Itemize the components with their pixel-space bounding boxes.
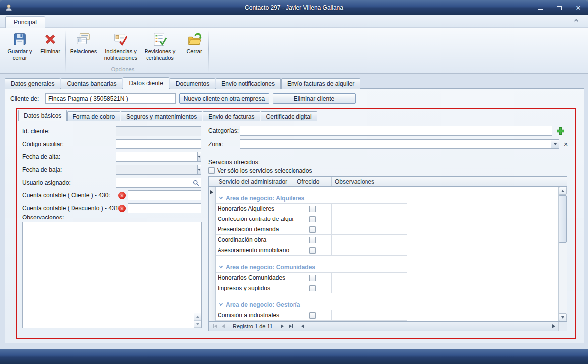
subtab-certificado-digital[interactable]: Certificado digital — [261, 111, 317, 121]
observaciones-cell[interactable] — [332, 283, 406, 293]
ribbon-collapse-button[interactable] — [573, 18, 580, 25]
grid-header-servicio[interactable]: Servicio del administrador — [209, 177, 294, 186]
folder-exit-icon — [187, 31, 202, 47]
cuenta-contable-descuento-input[interactable] — [128, 203, 201, 213]
ribbon-separator — [208, 30, 209, 72]
titlebar[interactable]: Contacto 297 - Javier Villena Galiana ✕ — [0, 0, 588, 15]
incidencias-y-notificaciones-button[interactable]: Incidencias y notificaciones — [100, 29, 141, 66]
ribbon-separator — [65, 30, 66, 72]
observaciones-cell[interactable] — [332, 245, 406, 255]
observaciones-cell[interactable] — [332, 224, 406, 234]
scroll-up-button[interactable] — [194, 313, 201, 320]
codigo-auxiliar-input[interactable] — [116, 139, 201, 149]
triangle-right-icon — [289, 324, 292, 328]
fecha-de-alta-combo[interactable] — [116, 152, 201, 162]
tab-cuentas-bancarias[interactable]: Cuentas bancarias — [61, 78, 122, 89]
observaciones-cell[interactable] — [332, 235, 406, 245]
fecha-de-baja-dropdown-button[interactable] — [197, 165, 201, 175]
guardar-y-cerrar-button[interactable]: Guardar y cerrar — [3, 29, 36, 66]
tab-envio-facturas-alquiler[interactable]: Envío facturas de alquiler — [281, 78, 360, 89]
ofrecido-checkbox[interactable] — [309, 285, 316, 291]
ribbon: Principal — [0, 15, 588, 74]
ribbon-group-opciones: Relaciones — [67, 29, 179, 73]
grid-header-ofrecido[interactable]: Ofrecido — [294, 177, 332, 186]
observaciones-cell[interactable] — [332, 273, 406, 283]
scroll-down-button[interactable] — [559, 313, 567, 321]
categorias-input[interactable] — [240, 126, 552, 136]
tab-documentos[interactable]: Documentos — [170, 78, 215, 89]
observaciones-textarea[interactable] — [23, 222, 201, 328]
ver-solo-seleccionados-checkbox[interactable] — [208, 167, 215, 174]
ofrecido-checkbox[interactable] — [309, 275, 316, 281]
hscroll-left-button[interactable] — [298, 323, 307, 330]
usuario-asignado-input[interactable] — [116, 178, 201, 188]
zona-combo[interactable] — [240, 139, 559, 149]
ofrecido-checkbox[interactable] — [309, 312, 316, 319]
observaciones-cell[interactable] — [332, 204, 406, 214]
zona-clear-button[interactable]: ✕ — [562, 140, 570, 148]
servicio-cell: Asesoramiento inmobiliario — [216, 245, 294, 255]
collapse-group-icon[interactable] — [219, 301, 223, 305]
zona-dropdown-button[interactable] — [551, 139, 559, 149]
grid-row[interactable]: Confección contrato de alqui... — [216, 214, 407, 224]
cliente-de-input[interactable] — [45, 93, 176, 104]
observaciones-cell[interactable] — [332, 214, 406, 224]
fecha-de-baja-combo[interactable] — [116, 165, 201, 175]
fecha-de-alta-dropdown-button[interactable] — [197, 152, 201, 162]
pager-next-button[interactable] — [278, 323, 287, 330]
nuevo-cliente-otra-empresa-button[interactable]: Nuevo cliente en otra empresa — [179, 93, 269, 104]
restore-button[interactable] — [554, 3, 564, 12]
hscroll-right-button[interactable] — [549, 323, 558, 330]
collapse-group-icon[interactable] — [219, 264, 223, 268]
scroll-down-button[interactable] — [194, 320, 201, 328]
cerrar-button[interactable]: Cerrar — [181, 29, 207, 66]
ribbon-tab-principal[interactable]: Principal — [5, 16, 45, 28]
ofrecido-checkbox[interactable] — [309, 226, 316, 233]
pager-first-button[interactable] — [210, 323, 219, 330]
subtab-seguros-mantenimientos[interactable]: Seguros y mantenimientos — [121, 111, 202, 121]
relaciones-button[interactable]: Relaciones — [67, 29, 100, 66]
grid-row[interactable]: Asesoramiento inmobiliario — [216, 245, 407, 256]
close-button[interactable]: ✕ — [573, 3, 583, 12]
subtab-datos-basicos[interactable]: Datos básicos — [18, 110, 67, 121]
grid-header-row: Servicio del administrador Ofrecido Obse… — [209, 177, 567, 187]
scroll-up-button[interactable] — [559, 187, 567, 195]
ofrecido-checkbox[interactable] — [309, 247, 316, 254]
group-row-comunidades[interactable]: Area de negocio: Comunidades — [216, 262, 558, 272]
grid-row[interactable]: Coordinación obra — [216, 235, 407, 245]
scrollbar-thumb[interactable] — [559, 195, 567, 243]
revisiones-y-certificados-button[interactable]: Revisiones y certificados — [141, 29, 179, 66]
cuenta-contable-cliente-input[interactable] — [128, 190, 201, 200]
eliminar-cliente-button[interactable]: Eliminar cliente — [273, 93, 356, 104]
ofrecido-checkbox[interactable] — [309, 237, 316, 243]
minimize-button[interactable] — [535, 3, 545, 12]
ofrecido-checkbox[interactable] — [309, 216, 316, 222]
search-lookup-button[interactable] — [192, 179, 200, 187]
grid-row[interactable]: Honorarios Alquileres — [216, 203, 407, 214]
group-row-alquileres[interactable]: Area de negocio: Alquileres — [216, 193, 558, 203]
grid-row[interactable]: Impresos y suplidos — [216, 283, 407, 293]
tab-datos-generales[interactable]: Datos generales — [5, 78, 60, 89]
pager-text: Registro 1 de 11 — [233, 323, 273, 329]
grid-row[interactable]: Honorarios Comunidades — [216, 272, 407, 283]
fecha-de-alta-input[interactable] — [116, 152, 197, 162]
eliminar-button[interactable]: Eliminar — [36, 29, 64, 66]
zona-input[interactable] — [240, 139, 551, 149]
observaciones-cell[interactable] — [332, 310, 406, 320]
subtab-forma-de-cobro[interactable]: Forma de cobro — [67, 111, 120, 121]
tab-envio-notificaciones[interactable]: Envío notificaciones — [216, 78, 281, 89]
grid-vertical-scrollbar[interactable] — [558, 187, 567, 321]
grid-gap — [216, 256, 558, 262]
eliminar-label: Eliminar — [40, 48, 60, 55]
add-categoria-button[interactable] — [555, 126, 565, 136]
group-row-gestoria[interactable]: Area de negocio: Gestoría — [216, 299, 558, 310]
grid-row[interactable]: Comisión a industriales — [216, 310, 407, 321]
ofrecido-checkbox[interactable] — [309, 206, 316, 212]
grid-row[interactable]: Presentación demanda — [216, 224, 407, 235]
pager-prev-button[interactable] — [219, 323, 228, 330]
tab-datos-cliente[interactable]: Datos cliente — [123, 77, 169, 89]
grid-header-observaciones[interactable]: Observaciones — [332, 177, 406, 186]
pager-last-button[interactable] — [287, 323, 295, 330]
collapse-group-icon[interactable] — [219, 195, 223, 199]
subtab-envio-de-facturas[interactable]: Envío de facturas — [203, 111, 260, 121]
